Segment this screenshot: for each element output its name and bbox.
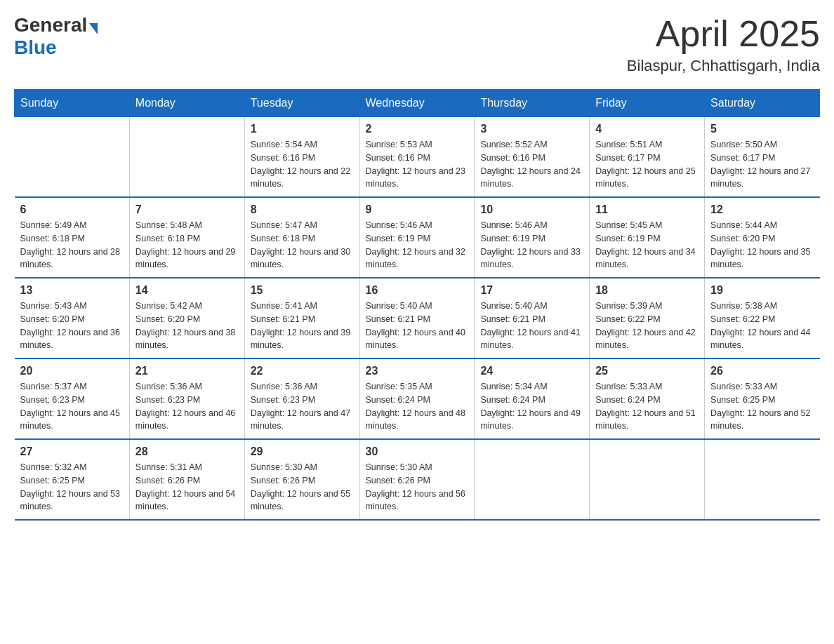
calendar-cell: 14Sunrise: 5:42 AMSunset: 6:20 PMDayligh… — [129, 278, 244, 358]
calendar-header-row: SundayMondayTuesdayWednesdayThursdayFrid… — [15, 90, 820, 117]
weekday-header-tuesday: Tuesday — [244, 90, 359, 117]
day-number: 12 — [710, 203, 814, 216]
day-info: Sunrise: 5:50 AMSunset: 6:17 PMDaylight:… — [710, 138, 814, 191]
calendar-cell: 15Sunrise: 5:41 AMSunset: 6:21 PMDayligh… — [244, 278, 359, 358]
logo-general-text: General — [14, 14, 87, 36]
day-number: 8 — [251, 203, 354, 216]
day-info: Sunrise: 5:33 AMSunset: 6:25 PMDaylight:… — [710, 380, 814, 433]
page-header: General Blue April 2025 Bilaspur, Chhatt… — [14, 14, 820, 75]
day-info: Sunrise: 5:31 AMSunset: 6:26 PMDaylight:… — [135, 461, 239, 514]
day-number: 13 — [20, 284, 124, 297]
day-info: Sunrise: 5:38 AMSunset: 6:22 PMDaylight:… — [710, 300, 814, 352]
day-number: 26 — [710, 365, 814, 377]
calendar-cell: 16Sunrise: 5:40 AMSunset: 6:21 PMDayligh… — [359, 278, 475, 358]
day-info: Sunrise: 5:35 AMSunset: 6:24 PMDaylight:… — [366, 380, 469, 433]
day-number: 15 — [251, 284, 354, 297]
day-number: 30 — [366, 445, 469, 458]
calendar-cell: 1Sunrise: 5:54 AMSunset: 6:16 PMDaylight… — [244, 117, 359, 198]
day-number: 22 — [251, 365, 354, 377]
weekday-header-wednesday: Wednesday — [359, 90, 475, 117]
calendar-cell: 21Sunrise: 5:36 AMSunset: 6:23 PMDayligh… — [129, 358, 244, 439]
day-info: Sunrise: 5:51 AMSunset: 6:17 PMDaylight:… — [595, 138, 699, 191]
calendar-table: SundayMondayTuesdayWednesdayThursdayFrid… — [14, 89, 820, 521]
day-info: Sunrise: 5:53 AMSunset: 6:16 PMDaylight:… — [366, 138, 469, 191]
day-info: Sunrise: 5:41 AMSunset: 6:21 PMDaylight:… — [251, 300, 354, 352]
day-number: 2 — [366, 123, 469, 135]
calendar-cell — [129, 117, 244, 198]
day-info: Sunrise: 5:49 AMSunset: 6:18 PMDaylight:… — [20, 219, 124, 271]
day-number: 10 — [480, 203, 583, 216]
calendar-cell: 25Sunrise: 5:33 AMSunset: 6:24 PMDayligh… — [590, 358, 705, 439]
location-title: Bilaspur, Chhattisgarh, India — [627, 57, 820, 75]
calendar-cell — [15, 117, 130, 198]
day-info: Sunrise: 5:46 AMSunset: 6:19 PMDaylight:… — [480, 219, 583, 271]
day-number: 3 — [480, 123, 583, 135]
day-number: 18 — [595, 284, 699, 297]
calendar-week-row: 6Sunrise: 5:49 AMSunset: 6:18 PMDaylight… — [15, 197, 820, 278]
calendar-cell: 10Sunrise: 5:46 AMSunset: 6:19 PMDayligh… — [475, 197, 590, 278]
calendar-cell: 17Sunrise: 5:40 AMSunset: 6:21 PMDayligh… — [475, 278, 590, 358]
day-info: Sunrise: 5:47 AMSunset: 6:18 PMDaylight:… — [251, 219, 354, 271]
calendar-cell: 3Sunrise: 5:52 AMSunset: 6:16 PMDaylight… — [475, 117, 590, 198]
calendar-cell: 24Sunrise: 5:34 AMSunset: 6:24 PMDayligh… — [475, 358, 590, 439]
day-number: 29 — [251, 445, 354, 458]
day-number: 24 — [480, 365, 583, 377]
day-info: Sunrise: 5:30 AMSunset: 6:26 PMDaylight:… — [366, 461, 469, 514]
day-number: 9 — [366, 203, 469, 216]
calendar-cell: 11Sunrise: 5:45 AMSunset: 6:19 PMDayligh… — [590, 197, 705, 278]
day-info: Sunrise: 5:43 AMSunset: 6:20 PMDaylight:… — [20, 300, 124, 352]
day-info: Sunrise: 5:36 AMSunset: 6:23 PMDaylight:… — [135, 380, 239, 433]
day-info: Sunrise: 5:42 AMSunset: 6:20 PMDaylight:… — [135, 300, 239, 352]
logo-arrow-icon — [89, 23, 98, 34]
day-info: Sunrise: 5:30 AMSunset: 6:26 PMDaylight:… — [251, 461, 354, 514]
calendar-cell: 6Sunrise: 5:49 AMSunset: 6:18 PMDaylight… — [15, 197, 130, 278]
day-number: 5 — [710, 123, 814, 135]
calendar-week-row: 20Sunrise: 5:37 AMSunset: 6:23 PMDayligh… — [15, 358, 820, 439]
calendar-cell: 28Sunrise: 5:31 AMSunset: 6:26 PMDayligh… — [129, 439, 244, 520]
day-info: Sunrise: 5:34 AMSunset: 6:24 PMDaylight:… — [480, 380, 583, 433]
day-number: 23 — [366, 365, 469, 377]
calendar-cell: 19Sunrise: 5:38 AMSunset: 6:22 PMDayligh… — [705, 278, 820, 358]
calendar-cell: 18Sunrise: 5:39 AMSunset: 6:22 PMDayligh… — [590, 278, 705, 358]
day-number: 25 — [595, 365, 699, 377]
calendar-week-row: 13Sunrise: 5:43 AMSunset: 6:20 PMDayligh… — [15, 278, 820, 358]
calendar-cell: 13Sunrise: 5:43 AMSunset: 6:20 PMDayligh… — [15, 278, 130, 358]
day-number: 16 — [366, 284, 469, 297]
day-number: 28 — [135, 445, 239, 458]
day-number: 4 — [595, 123, 699, 135]
calendar-week-row: 1Sunrise: 5:54 AMSunset: 6:16 PMDaylight… — [15, 117, 820, 198]
day-number: 7 — [135, 203, 239, 216]
calendar-cell: 12Sunrise: 5:44 AMSunset: 6:20 PMDayligh… — [705, 197, 820, 278]
calendar-cell: 29Sunrise: 5:30 AMSunset: 6:26 PMDayligh… — [244, 439, 359, 520]
calendar-cell: 9Sunrise: 5:46 AMSunset: 6:19 PMDaylight… — [359, 197, 475, 278]
calendar-cell: 26Sunrise: 5:33 AMSunset: 6:25 PMDayligh… — [705, 358, 820, 439]
day-number: 19 — [710, 284, 814, 297]
weekday-header-friday: Friday — [590, 90, 705, 117]
calendar-cell: 27Sunrise: 5:32 AMSunset: 6:25 PMDayligh… — [15, 439, 130, 520]
day-number: 17 — [480, 284, 583, 297]
day-info: Sunrise: 5:52 AMSunset: 6:16 PMDaylight:… — [480, 138, 583, 191]
logo: General Blue — [14, 14, 98, 59]
logo-blue-text: Blue — [14, 36, 57, 59]
calendar-cell: 8Sunrise: 5:47 AMSunset: 6:18 PMDaylight… — [244, 197, 359, 278]
day-number: 27 — [20, 445, 124, 458]
weekday-header-monday: Monday — [129, 90, 244, 117]
calendar-cell: 5Sunrise: 5:50 AMSunset: 6:17 PMDaylight… — [705, 117, 820, 198]
calendar-cell: 4Sunrise: 5:51 AMSunset: 6:17 PMDaylight… — [590, 117, 705, 198]
day-info: Sunrise: 5:36 AMSunset: 6:23 PMDaylight:… — [251, 380, 354, 433]
day-info: Sunrise: 5:45 AMSunset: 6:19 PMDaylight:… — [595, 219, 699, 271]
title-area: April 2025 Bilaspur, Chhattisgarh, India — [627, 14, 820, 75]
day-number: 6 — [20, 203, 124, 216]
day-info: Sunrise: 5:44 AMSunset: 6:20 PMDaylight:… — [710, 219, 814, 271]
calendar-cell: 22Sunrise: 5:36 AMSunset: 6:23 PMDayligh… — [244, 358, 359, 439]
day-number: 21 — [135, 365, 239, 377]
calendar-cell: 30Sunrise: 5:30 AMSunset: 6:26 PMDayligh… — [359, 439, 475, 520]
weekday-header-sunday: Sunday — [15, 90, 130, 117]
calendar-week-row: 27Sunrise: 5:32 AMSunset: 6:25 PMDayligh… — [15, 439, 820, 520]
day-info: Sunrise: 5:40 AMSunset: 6:21 PMDaylight:… — [366, 300, 469, 352]
day-info: Sunrise: 5:37 AMSunset: 6:23 PMDaylight:… — [20, 380, 124, 433]
calendar-cell — [590, 439, 705, 520]
day-info: Sunrise: 5:32 AMSunset: 6:25 PMDaylight:… — [20, 461, 124, 514]
weekday-header-saturday: Saturday — [705, 90, 820, 117]
calendar-cell: 23Sunrise: 5:35 AMSunset: 6:24 PMDayligh… — [359, 358, 475, 439]
